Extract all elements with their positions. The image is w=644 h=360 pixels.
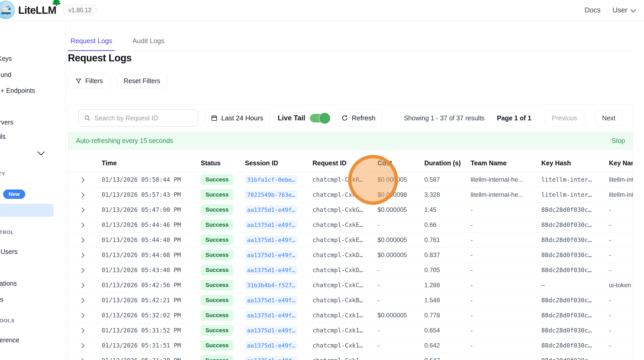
session-id-link[interactable]: 7022549b-763e… <box>245 190 297 199</box>
filters-button[interactable]: Filters <box>68 74 110 88</box>
docs-link[interactable]: Docs <box>584 6 601 14</box>
session-id-link[interactable]: 31bfa1cf-0ebe… <box>245 175 297 184</box>
cost-cell: - <box>375 323 419 338</box>
tab-bar: Request Logs Audit Logs <box>68 33 633 51</box>
sidebar-item-selected[interactable] <box>0 204 54 217</box>
duration-cell: 1.45 <box>419 202 469 217</box>
logs-toolbar: Last 24 Hours Live Tail Refresh Showing … <box>68 104 633 132</box>
sidebar-item[interactable]: ils <box>0 132 6 141</box>
key-hash-cell: 88dc28d0f030c… <box>536 202 604 217</box>
session-id-link[interactable]: aa1375d1-e49f… <box>245 251 297 260</box>
sidebar-item[interactable]: ations <box>0 279 17 287</box>
expander-cell <box>68 187 94 202</box>
auto-refresh-banner: Auto-refreshing every 15 seconds Stop <box>68 132 633 150</box>
status-cell: Success <box>196 217 240 232</box>
session-id-link[interactable]: aa1375d1-e49f… <box>245 266 297 275</box>
expander-cell <box>68 353 94 360</box>
duration-cell: 0.837 <box>419 247 469 263</box>
status-badge: Success <box>201 174 233 185</box>
live-tail-toggle[interactable] <box>310 114 329 122</box>
chevron-right-icon[interactable] <box>79 268 84 273</box>
key-name-cell: - <box>604 323 633 338</box>
key-hash-cell: litellm-inter… <box>536 172 604 187</box>
chevron-right-icon[interactable] <box>79 298 84 303</box>
status-badge: Success <box>201 189 233 200</box>
session-id-link[interactable]: 31b3b4b4-f527… <box>245 281 297 290</box>
column-header: Team Name <box>469 150 536 172</box>
refresh-label: Refresh <box>352 114 375 122</box>
key-hash-cell: 88dc28d0f030c… <box>536 293 604 308</box>
session-id-link[interactable]: aa1375d1-e49f… <box>245 235 297 245</box>
sidebar-section-label: TROL <box>0 230 14 235</box>
reset-filters-button[interactable]: Reset Filters <box>116 74 168 88</box>
time-range-button[interactable]: Last 24 Hours <box>204 109 270 127</box>
duration-cell: 0.654 <box>419 323 469 338</box>
expander-cell <box>68 263 94 278</box>
search-box <box>79 109 198 127</box>
brand-title: LiteLLM <box>18 4 56 16</box>
duration-cell: 0.778 <box>419 308 469 323</box>
chevron-right-icon[interactable] <box>79 328 84 333</box>
chevron-right-icon[interactable] <box>79 283 84 288</box>
session-id-link[interactable]: aa1375d1-e49f… <box>245 311 297 320</box>
session-id-link[interactable]: aa1375d1-e49f… <box>245 296 297 305</box>
duration-cell: 3.328 <box>419 187 469 202</box>
chevron-right-icon[interactable] <box>79 313 84 318</box>
status-badge: Success <box>201 280 233 291</box>
chevron-right-icon[interactable] <box>79 192 84 198</box>
sidebar-item[interactable]: und <box>1 70 11 79</box>
key-hash-cell: 88dc28d0f030c… <box>536 217 604 232</box>
request-id-cell: chatcmpl-Cxk1… <box>307 338 375 353</box>
session-id-link[interactable]: aa1375d1-e49f… <box>245 356 297 360</box>
session-id-cell: aa1375d1-e49f… <box>240 263 307 278</box>
chevron-right-icon[interactable] <box>79 207 84 213</box>
refresh-button[interactable]: Refresh <box>335 109 382 127</box>
tab-request-logs[interactable]: Request Logs <box>68 33 115 51</box>
column-header <box>68 150 94 172</box>
sidebar-item[interactable]: Users <box>1 247 17 256</box>
session-id-link[interactable]: aa1375d1-e49f… <box>245 341 297 350</box>
key-name-cell: litellm-int <box>604 172 633 187</box>
sidebar-collapse-chevron-icon[interactable] <box>37 148 45 155</box>
sidebar-item[interactable]: rvers <box>0 118 14 126</box>
status-cell: Success <box>196 278 240 293</box>
status-badge: Success <box>201 340 233 351</box>
search-input[interactable] <box>94 114 193 122</box>
sidebar-item[interactable]: erence <box>0 336 19 344</box>
chevron-right-icon[interactable] <box>79 358 84 360</box>
cost-cell: $0.000005 <box>375 232 419 247</box>
duration-cell: 0.642 <box>419 338 469 353</box>
session-id-cell: aa1375d1-e49f… <box>240 247 307 263</box>
top-navbar: 🚅 LiteLLM 🌲 v1.80.12 Docs User <box>0 0 644 21</box>
key-name-cell: - <box>604 217 633 232</box>
duration-cell: 0.587 <box>419 172 469 187</box>
chevron-right-icon[interactable] <box>79 253 84 258</box>
user-menu[interactable]: User <box>613 6 635 14</box>
cost-cell: $0.000005 <box>375 202 419 217</box>
session-id-cell: aa1375d1-e49f… <box>240 338 307 353</box>
reset-filters-label: Reset Filters <box>124 77 160 85</box>
tab-audit-logs[interactable]: Audit Logs <box>130 33 167 51</box>
next-page-button[interactable]: Next <box>595 110 622 126</box>
chevron-right-icon[interactable] <box>79 238 84 243</box>
cost-cell: $0.000005 <box>375 247 419 263</box>
sidebar-item[interactable]: + Endpoints <box>1 86 35 95</box>
status-cell: Success <box>196 338 240 353</box>
session-id-link[interactable]: aa1375d1-e49f… <box>245 326 297 335</box>
sidebar-item[interactable]: s <box>0 295 3 304</box>
chevron-right-icon[interactable] <box>79 177 84 182</box>
time-cell: 01/13/2026 05:44:08 PM <box>94 247 196 263</box>
session-id-cell: 31b3b4b4-f527… <box>240 278 307 293</box>
table-header: TimeStatusSession IDRequest IDCostDurati… <box>68 150 633 172</box>
chevron-right-icon[interactable] <box>79 343 84 348</box>
session-id-cell: 31bfa1cf-0ebe… <box>240 172 307 187</box>
session-id-link[interactable]: aa1375d1-e49f… <box>245 205 297 214</box>
chevron-right-icon[interactable] <box>79 222 84 228</box>
sidebar-item[interactable]: Keys <box>0 54 12 63</box>
stop-auto-refresh-button[interactable]: Stop <box>612 137 625 145</box>
key-hash-cell: 88dc28d0f030c… <box>536 308 604 323</box>
status-badge: Success <box>201 219 233 230</box>
previous-page-button[interactable]: Previous <box>545 110 584 126</box>
team-name-cell: litellm-internal-he... <box>469 187 536 202</box>
session-id-link[interactable]: aa1375d1-e49f… <box>245 220 297 230</box>
